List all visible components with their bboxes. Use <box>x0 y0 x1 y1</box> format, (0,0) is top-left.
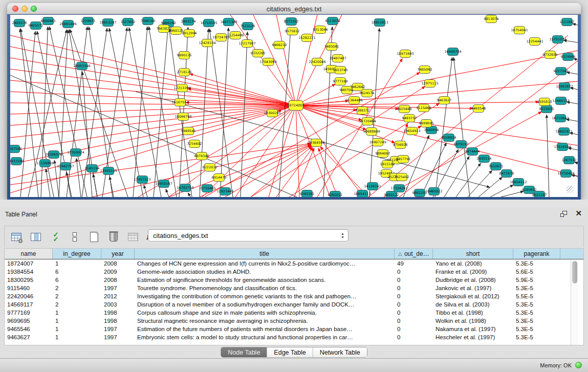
table-cell[interactable]: 1 <box>53 317 101 325</box>
graph-node[interactable]: 1111947 <box>560 18 575 26</box>
graph-node[interactable]: 1527602 <box>121 18 136 26</box>
graph-node[interactable]: 7625402 <box>395 173 409 181</box>
table-cell[interactable]: Wolkin et al. (1998) <box>433 317 513 325</box>
graph-node[interactable]: 7515526 <box>241 23 255 30</box>
graph-node[interactable]: 7254402 <box>187 140 202 148</box>
graph-node[interactable]: 10654113 <box>354 190 371 198</box>
graph-node[interactable]: 20206576 <box>45 151 62 159</box>
graph-node[interactable]: 9457791 <box>396 156 411 163</box>
table-cell[interactable]: 2003 <box>101 300 135 309</box>
table-cell[interactable]: 1998 <box>101 309 135 317</box>
table-cell[interactable]: 1997 <box>101 333 135 341</box>
table-cell[interactable]: 5.9E-5 <box>513 276 560 284</box>
vertical-scrollbar[interactable] <box>571 260 578 345</box>
table-cell[interactable]: Tibbo et al. (1998) <box>433 309 513 317</box>
graph-node[interactable]: 12093872 <box>556 83 573 91</box>
graph-node[interactable]: 9115460 <box>417 104 431 112</box>
table-cell[interactable]: 5.3E-5 <box>513 333 560 341</box>
table-row[interactable]: 969969511998Structural magnetic resonanc… <box>5 317 583 325</box>
table-cell[interactable]: 5.3E-5 <box>513 284 560 292</box>
table-cell[interactable]: 0 <box>395 276 433 284</box>
table-row[interactable]: 1830029562008Estimation of significance … <box>5 276 583 284</box>
graph-node[interactable]: 8313044 <box>313 26 328 34</box>
table-row[interactable]: 1456911722003Disruption of a novel membe… <box>5 300 583 309</box>
graph-node[interactable]: 9960125 <box>169 27 184 35</box>
table-cell[interactable]: 9115460 <box>5 284 53 292</box>
graph-node[interactable]: 16648784 <box>444 48 461 56</box>
delete-column-button[interactable] <box>107 230 120 244</box>
graph-node[interactable]: 10654112 <box>510 179 527 186</box>
table-cell[interactable]: Structural magnetic resonance image aver… <box>135 317 395 325</box>
graph-node[interactable]: 9227343 <box>554 68 569 75</box>
float-panel-icon[interactable] <box>560 211 568 217</box>
table-cell[interactable]: Changes of HCN gene expression and I(f) … <box>135 259 395 268</box>
table-cell[interactable]: 6 <box>53 268 101 276</box>
table-cell[interactable]: Disruption of a novel member of a sodium… <box>135 300 395 309</box>
graph-node[interactable]: 12254441 <box>526 38 543 46</box>
graph-node[interactable]: 2935114 <box>477 155 492 163</box>
graph-node[interactable]: 10719195 <box>200 19 217 27</box>
table-cell[interactable]: 9463627 <box>5 333 53 341</box>
canvas-resize-grip[interactable] <box>567 186 574 193</box>
table-row[interactable]: 946362711997Embryonic stem cells: a mode… <box>5 333 583 341</box>
graph-node[interactable]: 8813074 <box>484 15 499 23</box>
graph-node[interactable]: 21364486 <box>345 97 362 104</box>
graph-node[interactable]: 1653745 <box>333 67 348 74</box>
table-cell[interactable]: 1 <box>53 309 101 317</box>
graph-node[interactable]: 9756928 <box>393 141 408 149</box>
table-cell[interactable]: Corpus callosum shape and size in male p… <box>135 309 395 317</box>
graph-node[interactable]: 17957223 <box>134 176 150 184</box>
graph-node[interactable]: 9949541 <box>181 127 196 135</box>
graph-node[interactable]: 7485081 <box>324 43 339 51</box>
table-cell[interactable]: 18724007 <box>5 259 53 268</box>
graph-node[interactable]: 8912994 <box>182 30 197 37</box>
graph-node[interactable]: 1815182 <box>380 161 395 168</box>
graph-node[interactable]: 8265011 <box>328 191 343 198</box>
graph-node[interactable]: 6879197 <box>454 141 469 148</box>
graph-node[interactable]: 15282221 <box>298 34 315 42</box>
table-row[interactable]: 2242004622012Investigating the contribut… <box>5 292 583 300</box>
table-cell[interactable]: Nakamura et al. (1997) <box>433 325 513 333</box>
table-cell[interactable]: 2008 <box>101 276 135 284</box>
graph-node[interactable]: 8572302 <box>284 18 299 26</box>
graph-node[interactable]: 9575812 <box>285 28 300 35</box>
graph-node[interactable]: 12942757 <box>57 163 74 170</box>
table-cell[interactable]: 9465546 <box>5 325 53 333</box>
table-cell[interactable]: Hescheler et al. (1997) <box>433 333 513 341</box>
show-columns-button[interactable] <box>29 230 42 244</box>
graph-node[interactable]: 8113074 <box>325 17 340 25</box>
table-cell[interactable]: 49 <box>395 259 433 268</box>
table-cell[interactable]: 0 <box>395 300 433 309</box>
graph-node[interactable]: 15716485 <box>199 185 215 192</box>
graph-node[interactable]: 8215935 <box>539 105 554 113</box>
graph-node[interactable]: 19692971 <box>555 128 572 136</box>
graph-node[interactable]: 9465546 <box>471 105 486 113</box>
graph-node[interactable]: 7346160 <box>141 17 156 25</box>
table-row[interactable]: 946554611997Estimation of the future num… <box>5 325 583 333</box>
graph-node[interactable]: 3931590 <box>10 158 24 165</box>
table-cell[interactable]: 2 <box>53 300 101 309</box>
table-cell[interactable]: 9777169 <box>5 309 53 317</box>
graph-node[interactable]: 6690463 <box>41 17 56 25</box>
table-source-dropdown[interactable]: citations_edges.txt ▲▼ <box>148 229 349 242</box>
column-header-pagerank[interactable]: pagerank <box>513 249 560 259</box>
graph-node[interactable]: 16671388 <box>220 18 237 26</box>
close-panel-icon[interactable]: ✕ <box>575 209 582 217</box>
graph-node[interactable]: 9732655 <box>543 51 558 59</box>
column-header-in_degree[interactable]: in_degree <box>53 249 101 259</box>
table-cell[interactable]: 1 <box>53 333 101 341</box>
table-cell[interactable]: Estimation of significance thresholds fo… <box>135 276 395 284</box>
table-cell[interactable]: Franke et al. (2009) <box>433 268 513 276</box>
tab-node-table[interactable]: Node Table <box>221 347 267 357</box>
graph-node[interactable]: 9329966 <box>561 53 576 61</box>
graph-node[interactable]: 7632621 <box>489 163 504 170</box>
table-cell[interactable]: 6 <box>53 276 101 284</box>
table-cell[interactable]: 5.6E-5 <box>513 268 560 276</box>
table-cell[interactable]: Embryonic stem cells: a model to study s… <box>135 333 395 341</box>
graph-node[interactable]: 10973493 <box>397 50 413 58</box>
table-cell[interactable]: 5.5E-5 <box>513 292 560 300</box>
graph-node[interactable]: 8938924 <box>442 134 456 142</box>
graph-node[interactable]: 8878340 <box>194 152 209 160</box>
column-header-title[interactable]: title <box>135 249 395 259</box>
table-cell[interactable]: 0 <box>395 325 433 333</box>
